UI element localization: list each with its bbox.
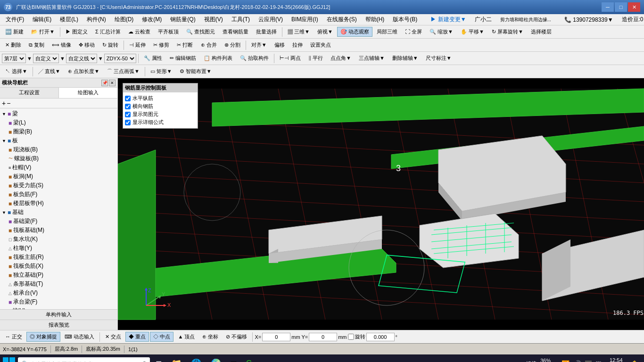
zdyx-select[interactable]: ZDYX-50 [104, 54, 136, 63]
volume-icon[interactable]: 🔊 [573, 360, 581, 362]
menu-edit[interactable]: 编辑(E) [29, 15, 55, 25]
move-button[interactable]: ✥ 移动 [75, 40, 98, 50]
view-rebar-button[interactable]: 查看钢筋量 [219, 27, 252, 37]
tree-item-foundation-beam[interactable]: ◼ 基础梁(F) [1, 217, 116, 226]
point-extend-button[interactable]: ⊕ 点加长度▼ [65, 66, 103, 76]
checkbox-formula[interactable] [125, 120, 131, 125]
mail-button[interactable]: ✉ [227, 355, 240, 362]
three-arc-button[interactable]: ⌒ 三点画弧▼ [104, 66, 143, 76]
delete-axis-button[interactable]: 删除辅轴▼ [389, 53, 421, 63]
line-tool-button[interactable]: ╱ 直线▼ [35, 66, 64, 76]
rebar-panel-title[interactable]: 钢筋显示控制面板 [123, 83, 198, 92]
break-button[interactable]: ✂ 打断 [173, 40, 196, 50]
menu-draw[interactable]: 绘图(D) [111, 15, 138, 25]
dimension-button[interactable]: 尺寸标注▼ [422, 53, 455, 63]
merge-button[interactable]: ⊕ 合并 [198, 40, 220, 50]
menu-cloud[interactable]: 云应用(V) [255, 15, 287, 25]
notification-icon[interactable]: 🔔 [630, 360, 638, 362]
x-input[interactable] [262, 333, 290, 341]
antivirus-icon[interactable]: 🛡 [595, 360, 602, 362]
point-angle-button[interactable]: 点点角▼ [327, 53, 355, 63]
tree-group-beam-header[interactable]: ▼ ■ 梁 [1, 109, 116, 118]
menu-online[interactable]: 在线服务(S) [323, 15, 361, 25]
midpoint-button[interactable]: ◇ 中点 [150, 332, 173, 342]
report-preview-button[interactable]: 报表预览 [0, 320, 117, 330]
object-snap-button[interactable]: ◎ 对象捕捉 [26, 332, 60, 342]
line-select[interactable]: 自定义线 [66, 54, 97, 63]
menu-help[interactable]: 帮助(H) [362, 15, 388, 25]
viewport[interactable]: 3 B Z Y X 186.3 FPS 钢筋显 [118, 78, 644, 330]
menu-price-bean[interactable]: 造价豆:0 🔔 [618, 15, 644, 25]
menu-guang-xiao[interactable]: 广小二 [471, 15, 495, 25]
panel-close-button[interactable]: ✕ [109, 80, 116, 86]
partial-3d-button[interactable]: 局部三维 [373, 27, 401, 37]
open-button[interactable]: 📂 打开▼ [28, 27, 58, 37]
tree-item-spiral-slab[interactable]: 〜 螺旋板(B) [1, 154, 116, 163]
pick-component-button[interactable]: 🔍 抬取构件 [237, 53, 272, 63]
tree-item-cast-slab[interactable]: ◼ 现浇板(B) [1, 145, 116, 154]
calc-button[interactable]: Σ 汇总计算 [92, 27, 124, 37]
close-button[interactable]: ✕ [628, 2, 640, 12]
two-point-button[interactable]: ⊢⊣ 两点 [276, 53, 304, 63]
minimize-button[interactable]: ─ [602, 2, 614, 12]
extend-button[interactable]: ⊣ 延伸 [126, 40, 149, 50]
tree-item-isolated-foundation[interactable]: ◼ 独立基础(P) [1, 271, 116, 280]
delete-button[interactable]: ✕ 删除 [2, 40, 25, 50]
select-tool-button[interactable]: ↖ 选择▼ [2, 66, 31, 76]
layer-select[interactable]: 第7层 [2, 54, 26, 63]
intersection-button[interactable]: ✕ 交点 [102, 332, 124, 342]
menu-new-change[interactable]: ▶ 新建变更▼ [427, 15, 470, 25]
menu-shear-wall[interactable]: 剪力墙和暗柱共用边缘... [496, 16, 555, 24]
mirror-button[interactable]: ⟺ 镜像 [49, 40, 74, 50]
3d-button[interactable]: ▦ 三维▼ [284, 27, 313, 37]
edit-rebar-button[interactable]: ✏ 编辑钢筋 [166, 53, 199, 63]
cloud-check-button[interactable]: ☁ 云检查 [125, 27, 154, 37]
menu-floor[interactable]: 楼层(L) [56, 15, 82, 25]
start-button[interactable] [2, 356, 16, 362]
rotate-input[interactable] [366, 333, 395, 341]
menu-tools[interactable]: 工具(T) [228, 15, 254, 25]
key-point-button[interactable]: ◆ 重点 [125, 332, 149, 342]
trim-button[interactable]: ✂ 修剪 [150, 40, 173, 50]
y-input[interactable] [309, 333, 337, 341]
ortho-button[interactable]: ↔ 正交 [2, 332, 25, 342]
three-point-axis-button[interactable]: 三点辅轴▼ [355, 53, 388, 63]
pan-button[interactable]: ✋ 平移▼ [457, 27, 487, 37]
tree-item-raft-neg-rebar[interactable]: ◼ 筏板负筋(X) [1, 262, 116, 271]
zoom-button[interactable]: 🔍 缩放▼ [426, 27, 456, 37]
tree-item-slab-rebar[interactable]: ◼ 板受力筋(S) [1, 181, 116, 190]
ie-browser-button[interactable]: 🌍 [207, 355, 225, 362]
screen-rotate-button[interactable]: ↻ 屏幕旋转▼ [488, 27, 527, 37]
top-view-button[interactable]: 俯视▼ [314, 27, 336, 37]
define-button[interactable]: ▶ 图定义 [62, 27, 91, 37]
checkbox-transverse[interactable] [125, 104, 131, 109]
ggj-app-button[interactable]: G [242, 355, 256, 362]
tree-item-slab-hole[interactable]: ◼ 板洞(M) [1, 172, 116, 181]
dynamic-input-button[interactable]: ⌨ 动态输入 [61, 332, 98, 342]
menu-modify[interactable]: 修改(M) [138, 15, 165, 25]
checkbox-simple[interactable] [125, 112, 131, 117]
tree-item-floor-band[interactable]: ◼ 楼层板带(H) [1, 199, 116, 208]
tree-item-pile-cap-beam[interactable]: ◼ 承台梁(F) [1, 297, 116, 306]
offset-button[interactable]: 偏移 [271, 40, 288, 50]
tree-item-sump[interactable]: ◻ 集水坑(K) [1, 235, 116, 244]
menu-version[interactable]: 版本号(B) [389, 15, 421, 25]
parallel-button[interactable]: ∥ 平行 [305, 53, 326, 63]
menu-file[interactable]: 文件(F) [2, 15, 28, 25]
no-offset-button[interactable]: ⊘ 不偏移 [223, 332, 250, 342]
tree-item-raft-foundation[interactable]: ◼ 筏板基础(M) [1, 226, 116, 235]
network-icon[interactable]: 📶 [561, 360, 570, 362]
stretch-button[interactable]: 拉伸 [289, 40, 306, 50]
tab-draw-input[interactable]: 绘图输入 [59, 88, 117, 98]
tree-item-raft-main-rebar[interactable]: ◼ 筏板主筋(R) [1, 253, 116, 262]
tree-item-col-pier[interactable]: △ 柱墩(Y) [1, 244, 116, 253]
tree-add-button[interactable]: + [2, 99, 6, 107]
batch-select-button[interactable]: 批量选择 [253, 27, 280, 37]
type-select[interactable]: 自定义 [33, 54, 59, 63]
coord-button[interactable]: ⊕ 坐标 [199, 332, 222, 342]
tab-project-settings[interactable]: 工程设置 [0, 88, 59, 98]
split-button[interactable]: ⊗ 分割 [221, 40, 244, 50]
tree-remove-button[interactable]: − [7, 99, 10, 107]
edge-browser-button[interactable]: 🌐 [187, 355, 205, 362]
level-slab-button[interactable]: 平齐板顶 [155, 27, 182, 37]
